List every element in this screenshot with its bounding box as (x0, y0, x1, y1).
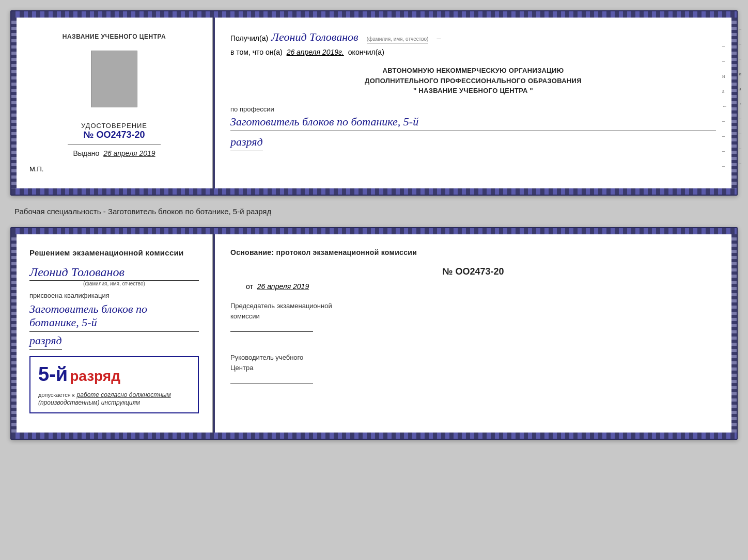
confirm-row: в том, что он(а) 26 апреля 2019г. окончи… (230, 48, 716, 56)
doc1-left-panel: НАЗВАНИЕ УЧЕБНОГО ЦЕНТРА УДОСТОВЕРЕНИЕ №… (17, 18, 213, 188)
received-row: Получил(а) Леонид Толованов (фамилия, им… (230, 30, 716, 44)
cert-number-1: № OO2473-20 (81, 130, 147, 140)
person-name-2: Леонид Толованов (29, 265, 199, 279)
doc1-right-panel: Получил(а) Леонид Толованов (фамилия, им… (215, 18, 731, 188)
chairman-block: Председатель экзаменационной комиссии (230, 301, 716, 332)
recipient-name-1: Леонид Толованов (271, 30, 359, 44)
chairman-label: Председатель экзаменационной (230, 301, 716, 311)
qualification-line2: разряд (29, 334, 62, 347)
qualification-box: 5-й разряд допускается к работе согласно… (29, 356, 199, 413)
mp-label-1: М.П. (29, 165, 199, 173)
qualification-line1-block: Заготовитель блоков по ботанике, 5-й (29, 302, 199, 332)
specialty-label: Рабочая специальность - Заготовитель бло… (10, 205, 738, 218)
box-rank: разряд (70, 368, 120, 385)
photo-placeholder-1 (91, 51, 137, 107)
protocol-number: № OO2473-20 (230, 266, 716, 277)
document-2: Решением экзаменационной комиссии Леонид… (10, 227, 738, 440)
person-name-block: Леонид Толованов (фамилия, имя, отчество… (29, 265, 199, 286)
basis-label: Основание: протокол экзаменационной коми… (230, 247, 716, 258)
issued-label-1: Выдано (73, 149, 99, 157)
org-line3: " НАЗВАНИЕ УЧЕБНОГО ЦЕНТРА " (230, 86, 716, 96)
bottom-border-1 (11, 188, 737, 195)
rank-text-1: разряд (230, 135, 263, 151)
box-number: 5-й (38, 363, 68, 386)
center-head-label2: Центра (230, 363, 716, 373)
allowed-label: допускается к (38, 392, 75, 398)
qualification-line2-block: разряд (29, 334, 62, 350)
org-line2: ДОПОЛНИТЕЛЬНОГО ПРОФЕССИОНАЛЬНОГО ОБРАЗО… (230, 76, 716, 86)
top-border-2 (11, 228, 737, 234)
left-deco-border-2 (11, 234, 17, 433)
left-deco-border-1 (11, 18, 17, 188)
document-1: НАЗВАНИЕ УЧЕБНОГО ЦЕНТРА УДОСТОВЕРЕНИЕ №… (10, 10, 738, 196)
right-deco-border-1 (731, 18, 737, 188)
assigned-label: присвоена квалификация (29, 292, 199, 299)
profession-block-1: по профессии Заготовитель блоков по бота… (230, 105, 716, 151)
issued-date-1: 26 апреля 2019 (103, 149, 155, 157)
recipient-sublabel-1: (фамилия, имя, отчество) (367, 36, 429, 43)
allowed-block: допускается к работе согласно должностны… (38, 390, 190, 399)
org-block: АВТОНОМНУЮ НЕКОММЕРЧЕСКУЮ ОРГАНИЗАЦИЮ ДО… (230, 66, 716, 96)
center-head-block: Руководитель учебного Центра (230, 353, 716, 383)
doc1-cert-block: УДОСТОВЕРЕНИЕ № OO2473-20 (81, 51, 147, 140)
institution-name-1: НАЗВАНИЕ УЧЕБНОГО ЦЕНТРА (63, 33, 166, 40)
doc2-right-panel: Основание: протокол экзаменационной коми… (215, 234, 731, 433)
confirm-suffix: окончил(а) (348, 48, 384, 56)
date-value: 26 апреля 2019 (257, 282, 309, 291)
profession-name-1: Заготовитель блоков по ботанике, 5-й (230, 115, 716, 131)
doc2-inner: Решением экзаменационной комиссии Леонид… (11, 234, 737, 433)
person-sublabel-2: (фамилия, имя, отчество) (29, 281, 199, 286)
bottom-border-2 (11, 433, 737, 439)
received-prefix: Получил(а) (230, 34, 268, 42)
page-wrapper: НАЗВАНИЕ УЧЕБНОГО ЦЕНТРА УДОСТОВЕРЕНИЕ №… (10, 10, 738, 440)
chairman-label2: комиссии (230, 311, 716, 322)
date-block: от 26 апреля 2019 (246, 282, 716, 291)
doc1-issued-block: Выдано 26 апреля 2019 М.П. (29, 140, 199, 173)
doc1-inner: НАЗВАНИЕ УЧЕБНОГО ЦЕНТРА УДОСТОВЕРЕНИЕ №… (11, 18, 737, 188)
qualification-line1: Заготовитель блоков по ботанике, 5-й (29, 302, 147, 329)
cert-label-1: УДОСТОВЕРЕНИЕ (81, 122, 147, 130)
profession-label-1: по профессии (230, 105, 716, 113)
allowed-text: работе согласно должностным (77, 391, 171, 398)
org-line1: АВТОНОМНУЮ НЕКОММЕРЧЕСКУЮ ОРГАНИЗАЦИЮ (230, 66, 716, 76)
decision-label: Решением экзаменационной комиссии (29, 247, 199, 259)
right-marks-1: – – и а ← – – – – (722, 43, 727, 169)
right-deco-border-2 (731, 234, 737, 433)
allowed-text2: (производственным) инструкциям (38, 399, 190, 406)
doc2-left-panel: Решением экзаменационной комиссии Леонид… (17, 234, 213, 433)
top-border-1 (11, 11, 737, 18)
center-head-label: Руководитель учебного (230, 353, 716, 363)
chairman-sig-line (230, 331, 313, 332)
center-head-sig-line (230, 383, 313, 383)
separator-1 (68, 145, 161, 145)
confirm-prefix: в том, что он(а) (230, 48, 283, 56)
confirm-date: 26 апреля 2019г. (287, 48, 344, 56)
date-prefix: от (246, 282, 253, 291)
